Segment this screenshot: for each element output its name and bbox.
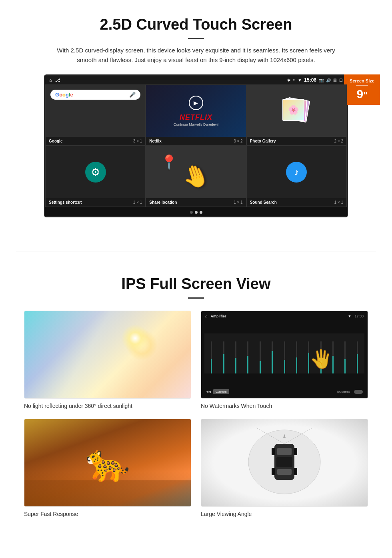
- feature-amplifier-label: No Watermarks When Touch: [201, 403, 368, 409]
- badge-divider: [356, 85, 368, 86]
- viewing-angle-diagram: [244, 422, 324, 502]
- app-cell-netflix[interactable]: ▶ NETFLIX Continue Marvel's Daredevil Ne…: [146, 84, 246, 146]
- window-icon: ☐: [339, 78, 343, 82]
- amp-nav-left: ◀◀: [206, 390, 211, 393]
- section2-title-divider: [188, 297, 204, 299]
- netflix-logo: NETFLIX: [180, 113, 212, 122]
- car-visual: [201, 419, 368, 506]
- netflix-cell-inner: ▶ NETFLIX Continue Marvel's Daredevil: [146, 85, 246, 137]
- amp-title: Amplifier: [210, 314, 344, 318]
- status-bar-left: ⌂ ⎇: [49, 78, 60, 83]
- settings-app-size: 1 × 1: [133, 200, 142, 205]
- amp-bar-7: [267, 333, 278, 373]
- netflix-subtitle: Continue Marvel's Daredevil: [174, 122, 218, 126]
- amp-loudness-label: loudness: [337, 390, 350, 393]
- netflix-play-button[interactable]: ▶: [189, 96, 203, 110]
- svg-rect-5: [272, 448, 275, 455]
- amp-bar-9: [242, 333, 253, 373]
- amp-hand-icon: 🖐: [310, 348, 332, 369]
- sound-search-bg: ♪: [247, 146, 346, 198]
- amp-bar-11: [218, 333, 229, 373]
- status-time: 15:06: [304, 77, 316, 83]
- share-location-app-name: Share location: [149, 200, 177, 205]
- feature-car-label: Large Viewing Angle: [201, 511, 368, 517]
- close-icon: ☒: [333, 78, 337, 82]
- wifi-icon: ▼: [298, 78, 302, 82]
- photo-gallery-label-row: Photo Gallery 2 × 2: [247, 137, 346, 145]
- share-location-label-row: Share location 1 × 1: [146, 198, 246, 207]
- svg-rect-2: [277, 448, 292, 455]
- feature-amplifier: ⌂ Amplifier ▼ 17:33 🖐 ◀◀ Custom loudness: [201, 311, 368, 409]
- sunlight-visual: [24, 311, 191, 398]
- amp-custom-button[interactable]: Custom: [213, 389, 229, 394]
- app-cell-photo-gallery[interactable]: 🌸 Photo Gallery 2 × 2: [246, 84, 347, 146]
- photo-gallery-app-name: Photo Gallery: [250, 139, 276, 143]
- usb-icon: ⎇: [55, 78, 60, 83]
- app-grid-row1: Google 🎤 Google 3 × 1 ▶: [45, 84, 347, 146]
- google-mic-icon: 🎤: [129, 92, 136, 98]
- section-ips-full-screen: IPS Full Screen View No light reflecting…: [0, 267, 392, 533]
- app-cell-settings[interactable]: ⚙ Settings shortcut 1 × 1: [45, 146, 146, 207]
- amp-bar-0: [352, 333, 363, 373]
- feature-car: Large Viewing Angle: [201, 419, 368, 517]
- section1-title: 2.5D Curved Touch Screen: [24, 16, 368, 33]
- device-screen: ⌂ ⎇ ✱ ⌖ ▼ 15:06 📷 🔊 ☒ ☐: [44, 74, 348, 217]
- feature-cheetah: 🐆 Super Fast Response: [24, 419, 191, 517]
- google-cell-inner: Google 🎤: [46, 85, 145, 137]
- car-diagram: [244, 422, 324, 504]
- cheetah-visual: 🐆: [24, 419, 191, 506]
- photo-stack: 🌸: [282, 97, 310, 125]
- amp-bar-1: [340, 333, 350, 373]
- share-location-cell-inner: 📍 🤚: [146, 146, 246, 198]
- google-logo: Google: [55, 92, 73, 98]
- photo-gallery-app-size: 2 × 2: [334, 139, 343, 143]
- pagination-dots: [45, 207, 347, 216]
- app-cell-share-location[interactable]: 📍 🤚 Share location 1 × 1: [146, 146, 246, 207]
- svg-rect-8: [294, 468, 297, 475]
- google-label-row: Google 3 × 1: [46, 137, 145, 145]
- dot-3: [200, 211, 202, 214]
- section1-description: With 2.5D curved-display screen, this de…: [56, 46, 336, 65]
- sound-search-app-name: Sound Search: [250, 200, 277, 205]
- feature-cheetah-label: Super Fast Response: [24, 511, 191, 517]
- feature-car-image: [201, 419, 368, 507]
- amp-bar-10: [230, 333, 241, 373]
- amp-footer: ◀◀ Custom loudness: [204, 388, 364, 395]
- settings-bg: ⚙: [46, 146, 145, 198]
- bluetooth-icon: ✱: [287, 78, 290, 82]
- section-divider: [16, 251, 376, 251]
- netflix-label-row: Netflix 3 × 2: [146, 137, 246, 145]
- google-app-size: 3 × 1: [133, 139, 142, 143]
- device-mockup: Screen Size 9" ⌂ ⎇ ✱ ⌖ ▼ 15:06 📷 🔊: [44, 74, 348, 217]
- volume-icon: 🔊: [326, 78, 331, 82]
- feature-cheetah-image: 🐆: [24, 419, 191, 507]
- feature-amplifier-image: ⌂ Amplifier ▼ 17:33 🖐 ◀◀ Custom loudness: [201, 311, 368, 399]
- amp-bar-6: [279, 333, 290, 373]
- camera-icon: 📷: [319, 78, 324, 82]
- photo-gallery-cell-inner: 🌸: [247, 85, 346, 137]
- svg-rect-4: [277, 469, 292, 475]
- app-cell-sound-search[interactable]: ♪ Sound Search 1 × 1: [246, 146, 347, 207]
- hand-pointing-icon: 🤚: [178, 159, 213, 193]
- svg-rect-7: [272, 468, 275, 475]
- flower-icon: 🌸: [288, 105, 299, 115]
- status-bar: ⌂ ⎇ ✱ ⌖ ▼ 15:06 📷 🔊 ☒ ☐: [45, 76, 347, 84]
- amp-bars-container: 🖐: [204, 333, 364, 373]
- amp-wifi-icon: ▼: [348, 314, 352, 318]
- section1-title-divider: [188, 38, 204, 39]
- amp-time: 17:33: [354, 314, 364, 318]
- google-search-bar[interactable]: Google 🎤: [50, 90, 140, 100]
- status-bar-right: ✱ ⌖ ▼ 15:06 📷 🔊 ☒ ☐: [287, 77, 343, 83]
- app-cell-google[interactable]: Google 🎤 Google 3 × 1: [45, 84, 146, 146]
- settings-icon: ⚙: [85, 162, 106, 183]
- amp-loudness-toggle[interactable]: [354, 390, 363, 394]
- home-icon: ⌂: [49, 78, 52, 82]
- google-app-name: Google: [49, 139, 62, 143]
- amplifier-visual: ⌂ Amplifier ▼ 17:33 🖐 ◀◀ Custom loudness: [201, 311, 368, 398]
- features-grid: No light reflecting under 360° direct su…: [24, 311, 368, 517]
- sound-search-icon: ♪: [286, 162, 307, 183]
- feature-sunlight-image: [24, 311, 191, 399]
- dot-1: [190, 211, 193, 214]
- settings-cell-inner: ⚙: [46, 146, 145, 198]
- sound-search-app-size: 1 × 1: [334, 200, 343, 205]
